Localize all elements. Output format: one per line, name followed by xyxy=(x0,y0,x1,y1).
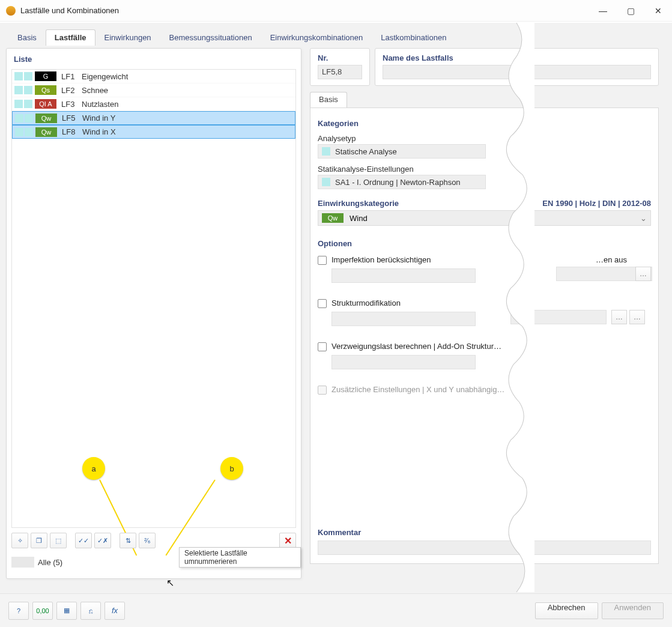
row-chip-icon xyxy=(15,128,23,136)
list-row-LF1[interactable]: GLF1Eigengewicht xyxy=(12,70,295,83)
analysetyp-field[interactable]: Statische Analyse xyxy=(318,144,486,159)
section-optionen: Optionen xyxy=(318,239,651,248)
comment-label: Kommentar xyxy=(318,528,361,537)
list-row-LF5[interactable]: QwLF5Wind in Y xyxy=(12,111,295,125)
list-row-LF8[interactable]: QwLF8Wind in X xyxy=(12,125,295,139)
dialog-bottom-bar: ? 0,00 ▦ ⎌ fx Abbrechen Anwenden xyxy=(0,593,672,627)
tab-basis[interactable]: Basis xyxy=(8,29,46,46)
loadcase-list[interactable]: GLF1EigengewichtQsLF2SchneeQI ALF3Nutzla… xyxy=(11,69,296,528)
opt2-right-field[interactable] xyxy=(510,310,607,324)
check-all-button[interactable]: ✓✓ xyxy=(75,533,92,548)
opt1-label: Imperfektion berücksichtigen xyxy=(331,255,431,264)
list-row-LF2[interactable]: QsLF2Schnee xyxy=(12,83,295,97)
opt4-label: Zusätzliche Einstellungen | X und Y unab… xyxy=(331,385,504,394)
row-id: LF2 xyxy=(61,86,82,95)
renumber-selected-button[interactable]: ²⁄₆ xyxy=(139,533,156,548)
main-tabstrip: Basis Lastfälle Einwirkungen Bemessungss… xyxy=(8,28,667,46)
row-name: Wind in Y xyxy=(82,114,295,123)
colors-button[interactable]: ▦ xyxy=(56,602,77,620)
filter-bar-icon xyxy=(11,557,34,568)
tab-lastkombinationen[interactable]: Lastkombinationen xyxy=(372,29,455,46)
list-title: Liste xyxy=(7,49,301,66)
row-id: LF3 xyxy=(61,100,82,109)
nr-field[interactable]: LF5,8 xyxy=(318,65,362,79)
tab-lastfaelle[interactable]: Lastfälle xyxy=(46,29,95,46)
row-chip-icon xyxy=(24,86,32,94)
opt1-checkbox[interactable] xyxy=(318,256,327,265)
maximize-button[interactable]: ▢ xyxy=(617,2,644,20)
row-chip-icon xyxy=(14,72,23,80)
opt2-browse2-button[interactable]: … xyxy=(629,310,645,324)
row-name: Nutzlasten xyxy=(82,100,295,109)
nr-label: Nr. xyxy=(318,53,362,62)
row-chip-icon xyxy=(25,114,33,123)
standard-label: EN 1990 | Holz | DIN | 2012-08 xyxy=(542,199,651,208)
subtab-basis[interactable]: Basis xyxy=(310,92,347,108)
paste-button[interactable]: ⬚ xyxy=(50,533,67,548)
copy-button[interactable]: ❐ xyxy=(31,533,47,548)
analysetyp-label: Analysetyp xyxy=(318,134,651,143)
section-kategorien: Kategorien xyxy=(318,119,651,128)
app-icon xyxy=(6,6,16,16)
minimize-button[interactable]: — xyxy=(589,2,617,20)
einwkat-select[interactable]: Qw Wind ⌄ xyxy=(318,210,651,226)
renumber-all-button[interactable]: ⇅ xyxy=(120,533,136,548)
row-name: Schnee xyxy=(82,86,295,95)
row-chip-icon xyxy=(24,100,32,108)
statik-field[interactable]: SA1 - I. Ordnung | Newton-Raphson xyxy=(318,175,486,189)
delete-button[interactable]: ✕ xyxy=(279,533,296,548)
help-button[interactable]: ? xyxy=(8,602,29,620)
name-field[interactable] xyxy=(383,65,651,79)
tree-button[interactable]: ⎌ xyxy=(80,602,101,620)
row-chip-icon xyxy=(14,100,23,108)
row-tag: Qw xyxy=(35,127,57,137)
annotation-b: b xyxy=(220,457,243,480)
tab-einwirkungen[interactable]: Einwirkungen xyxy=(95,29,160,46)
row-tag: Qw xyxy=(35,114,57,123)
tooltip: Selektierte Lastfälle umnummerieren xyxy=(179,547,301,568)
window-title: Lastfälle und Kombinationen xyxy=(20,6,589,15)
annotation-a: a xyxy=(82,457,105,480)
opt3-checkbox[interactable] xyxy=(318,342,327,351)
einwkat-tag: Qw xyxy=(322,213,344,223)
opt2-label: Strukturmodifikation xyxy=(331,298,401,307)
comment-field[interactable] xyxy=(318,541,651,555)
chevron-down-icon: ⌄ xyxy=(640,214,647,223)
fx-button[interactable]: fx xyxy=(104,602,125,620)
row-tag: Qs xyxy=(35,85,56,95)
row-id: LF1 xyxy=(61,72,82,81)
uncheck-all-button[interactable]: ✓✗ xyxy=(94,533,111,548)
name-label: Name des Lastfalls xyxy=(383,53,651,62)
row-id: LF5 xyxy=(62,114,82,123)
new-button[interactable]: ✧ xyxy=(11,533,28,548)
opt2-browse1-button[interactable]: … xyxy=(611,310,627,324)
apply-button[interactable]: Anwenden xyxy=(602,602,664,619)
filter-label[interactable]: Alle (5) xyxy=(38,558,62,567)
row-name: Wind in X xyxy=(82,127,295,136)
tab-bemessungssituationen[interactable]: Bemessungssituationen xyxy=(160,29,261,46)
opt2-field[interactable] xyxy=(331,312,476,326)
row-tag: G xyxy=(35,71,56,81)
opt3-label: Verzweigungslast berechnen | Add-On Stru… xyxy=(331,342,501,351)
cancel-button[interactable]: Abbrechen xyxy=(535,602,598,619)
details-body: Kategorien Analysetyp Statische Analyse … xyxy=(310,108,659,564)
row-id: LF8 xyxy=(62,127,82,136)
opt1-browse-button[interactable]: … xyxy=(635,267,651,281)
opt1-right-label: …en aus xyxy=(596,255,627,264)
row-chip-icon xyxy=(15,114,23,123)
opt2-checkbox[interactable] xyxy=(318,299,327,308)
close-button[interactable]: ✕ xyxy=(644,2,672,20)
row-chip-icon xyxy=(24,72,32,80)
row-name: Eigengewicht xyxy=(82,72,295,81)
opt1-field[interactable] xyxy=(331,268,476,283)
tab-einwirkungskombinationen[interactable]: Einwirkungskombinationen xyxy=(261,29,372,46)
row-tag: QI A xyxy=(35,99,56,109)
list-panel: Liste GLF1EigengewichtQsLF2SchneeQI ALF3… xyxy=(6,48,301,579)
opt4-checkbox xyxy=(318,386,327,395)
list-row-LF3[interactable]: QI ALF3Nutzlasten xyxy=(12,97,295,111)
units-button[interactable]: 0,00 xyxy=(32,602,53,620)
einwkat-label: Einwirkungskategorie xyxy=(318,199,399,208)
einwkat-value: Wind xyxy=(350,214,368,223)
row-chip-icon xyxy=(25,128,33,136)
opt3-field[interactable] xyxy=(331,355,476,369)
